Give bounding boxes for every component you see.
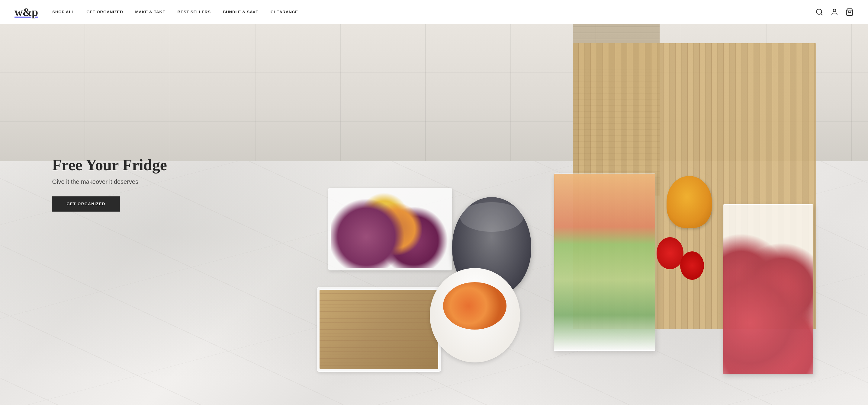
cart-button[interactable] bbox=[846, 8, 854, 16]
nav-get-organized[interactable]: GET ORGANIZED bbox=[86, 10, 123, 14]
hero-cherry-tomatoes bbox=[650, 216, 717, 287]
nav-clearance[interactable]: CLEARANCE bbox=[271, 10, 298, 14]
hero-standing-bag-veggies bbox=[554, 173, 655, 351]
hero-content: Free Your Fridge Give it the makeover it… bbox=[52, 156, 167, 211]
header-left: w&p SHOP ALL GET ORGANIZED MAKE & TAKE B… bbox=[14, 5, 298, 19]
search-button[interactable] bbox=[815, 8, 823, 16]
header-icons bbox=[815, 8, 854, 16]
hero-title: Free Your Fridge bbox=[52, 156, 167, 173]
svg-point-2 bbox=[833, 9, 836, 12]
hero-food-items bbox=[260, 169, 825, 405]
nav-shop-all[interactable]: SHOP ALL bbox=[52, 10, 74, 14]
user-icon bbox=[831, 8, 838, 16]
site-logo: w&p bbox=[14, 5, 38, 19]
hero-standing-bag-strawberries bbox=[723, 204, 813, 374]
site-header: w&p SHOP ALL GET ORGANIZED MAKE & TAKE B… bbox=[0, 0, 868, 24]
hero-cta-button[interactable]: GET ORGANIZED bbox=[52, 197, 120, 212]
logo-link[interactable]: w&p bbox=[14, 5, 38, 19]
hero-flat-bag-crackers bbox=[317, 287, 441, 372]
svg-line-1 bbox=[821, 13, 823, 15]
hero-flat-bag-fruit bbox=[328, 188, 452, 270]
hero-subtitle: Give it the makeover it deserves bbox=[52, 179, 167, 185]
nav-best-sellers[interactable]: BEST SELLERS bbox=[178, 10, 211, 14]
nav-bundle-save[interactable]: BUNDLE & SAVE bbox=[223, 10, 258, 14]
main-nav: SHOP ALL GET ORGANIZED MAKE & TAKE BEST … bbox=[52, 10, 298, 14]
account-button[interactable] bbox=[831, 8, 838, 16]
nav-make-take[interactable]: MAKE & TAKE bbox=[135, 10, 165, 14]
search-icon bbox=[815, 8, 823, 16]
hero-white-bowl bbox=[430, 268, 520, 363]
hero-section: Free Your Fridge Give it the makeover it… bbox=[0, 24, 868, 405]
cart-icon bbox=[846, 8, 854, 16]
